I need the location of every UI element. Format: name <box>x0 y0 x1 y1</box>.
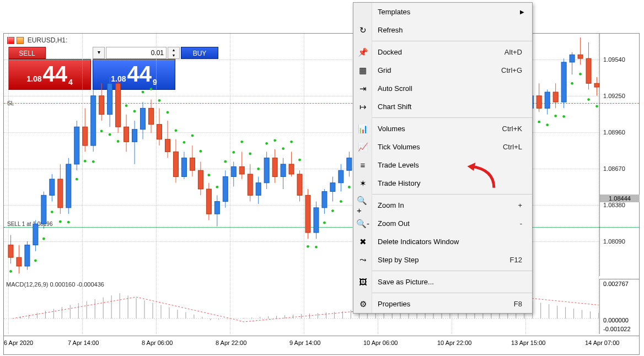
svg-point-180 <box>307 245 309 248</box>
svg-point-166 <box>191 134 194 137</box>
svg-point-168 <box>207 174 210 176</box>
tickvol-icon: 📈 <box>357 141 369 153</box>
svg-point-175 <box>265 142 268 145</box>
svg-point-169 <box>216 186 218 188</box>
svg-point-150 <box>59 220 62 223</box>
time-axis: 6 Apr 2020 7 Apr 14:00 8 Apr 06:00 8 Apr… <box>4 336 639 354</box>
svg-point-151 <box>67 221 70 224</box>
svg-point-153 <box>84 160 87 163</box>
svg-point-208 <box>538 121 540 123</box>
macd-axis: 0.002767 0.000000 -0.001022 <box>599 279 639 334</box>
svg-point-179 <box>298 159 301 161</box>
svg-point-162 <box>158 99 161 102</box>
current-price-badge: 1.08444 <box>600 195 640 202</box>
svg-point-152 <box>76 178 78 181</box>
menu-item-templates[interactable]: Templates▶ <box>353 3 532 21</box>
svg-point-167 <box>199 150 202 153</box>
props-icon: ⚙ <box>357 298 369 310</box>
svg-point-144 <box>9 270 12 273</box>
levels-icon: ≡ <box>357 159 369 171</box>
menu-item-zoom-out[interactable]: 🔍-Zoom Out- <box>353 214 532 233</box>
svg-point-214 <box>587 98 590 101</box>
svg-point-149 <box>51 211 53 213</box>
menu-item-grid[interactable]: ▦GridCtrl+G <box>353 61 532 79</box>
pin-icon: 📌 <box>357 46 369 58</box>
svg-point-171 <box>232 151 235 154</box>
menu-item-tick-volumes[interactable]: 📈Tick VolumesCtrl+L <box>353 138 532 156</box>
svg-point-185 <box>348 186 351 188</box>
grid-icon: ▦ <box>357 64 369 77</box>
zoomout-icon: 🔍- <box>357 218 369 230</box>
menu-item-chart-shift[interactable]: ↦Chart Shift <box>353 98 532 116</box>
svg-point-174 <box>257 168 260 170</box>
svg-point-148 <box>42 238 45 240</box>
svg-point-181 <box>315 246 318 249</box>
menu-item-auto-scroll[interactable]: ⇥Auto Scroll <box>353 79 532 98</box>
svg-point-164 <box>175 129 178 132</box>
menu-item-save-as-picture-[interactable]: 🖼Save as Picture... <box>353 273 532 291</box>
menu-item-properties[interactable]: ⚙PropertiesF8 <box>353 295 532 313</box>
autoscroll-icon: ⇥ <box>357 83 369 95</box>
volumes-icon: 📊 <box>357 123 369 135</box>
shift-icon: ↦ <box>357 101 369 113</box>
menu-item-trade-history[interactable]: ✶Trade History <box>353 174 532 192</box>
svg-point-170 <box>224 160 227 163</box>
svg-point-213 <box>579 73 582 75</box>
menu-item-step-by-step[interactable]: ⤳Step by StepF12 <box>353 251 532 269</box>
svg-point-210 <box>554 115 557 117</box>
svg-point-215 <box>595 105 598 107</box>
svg-point-163 <box>167 111 169 114</box>
svg-point-176 <box>273 139 276 142</box>
price-axis: 1.09540 1.09250 1.08960 1.08670 1.08444 … <box>599 34 639 276</box>
svg-point-160 <box>142 91 144 94</box>
svg-point-177 <box>282 147 285 150</box>
svg-point-212 <box>571 82 573 85</box>
menu-item-docked[interactable]: 📌DockedAlt+D <box>353 43 532 61</box>
menu-item-volumes[interactable]: 📊VolumesCtrl+K <box>353 120 532 138</box>
svg-point-147 <box>34 259 37 262</box>
svg-point-183 <box>331 209 334 212</box>
menu-item-trade-levels[interactable]: ≡Trade Levels <box>353 156 532 174</box>
svg-point-154 <box>92 160 95 163</box>
svg-point-156 <box>109 133 111 136</box>
step-icon: ⤳ <box>357 254 369 266</box>
chart-window[interactable]: EURUSD,H1: SELL 1.08 44 4 ▾ ▴▾ BUY <box>3 33 640 355</box>
svg-point-159 <box>133 110 136 113</box>
menu-item-zoom-in[interactable]: 🔍+Zoom In+ <box>353 196 532 214</box>
svg-point-209 <box>546 123 549 126</box>
chart-context-menu[interactable]: Templates▶↻Refresh📌DockedAlt+D▦GridCtrl+… <box>353 2 533 314</box>
menu-item-refresh[interactable]: ↻Refresh <box>353 21 532 39</box>
refresh-icon: ↻ <box>357 24 369 36</box>
svg-point-184 <box>340 200 342 203</box>
svg-point-157 <box>117 140 120 143</box>
svg-point-158 <box>125 104 128 107</box>
save-icon: 🖼 <box>357 276 369 288</box>
delete-icon: ✖ <box>357 236 369 248</box>
menu-item-delete-indicators-window[interactable]: ✖Delete Indicators Window <box>353 233 532 251</box>
svg-point-211 <box>562 115 565 118</box>
svg-point-165 <box>183 141 186 144</box>
history-icon: ✶ <box>357 177 369 190</box>
svg-point-178 <box>290 141 293 143</box>
zoomin-icon: 🔍+ <box>357 199 369 212</box>
svg-point-172 <box>240 141 243 143</box>
svg-point-182 <box>323 222 326 224</box>
svg-point-155 <box>100 130 103 133</box>
svg-point-173 <box>249 153 251 155</box>
svg-point-161 <box>150 88 153 90</box>
